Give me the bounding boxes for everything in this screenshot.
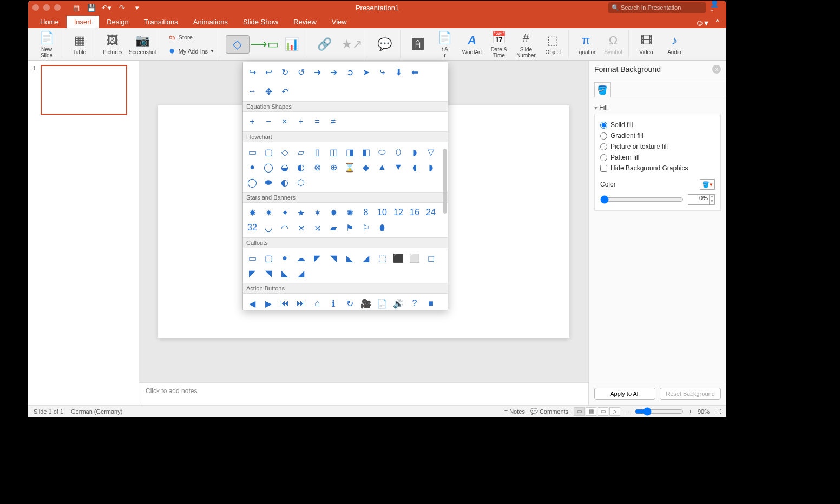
shape-item[interactable]: ➲ bbox=[342, 64, 358, 79]
smartart-button[interactable]: ⟶▭ bbox=[253, 37, 277, 52]
pictures-button[interactable]: 🖼 Pictures bbox=[101, 33, 124, 55]
close-window-icon[interactable] bbox=[32, 4, 39, 11]
shape-item[interactable]: ÷ bbox=[293, 114, 309, 129]
shape-item[interactable]: ◢ bbox=[293, 266, 309, 281]
shape-item[interactable]: ↩ bbox=[260, 64, 277, 79]
shape-item[interactable]: ◀ bbox=[244, 296, 260, 310]
shapes-button[interactable]: ◇ bbox=[226, 35, 250, 54]
zoom-window-icon[interactable] bbox=[54, 4, 61, 11]
shape-item[interactable]: × bbox=[277, 114, 293, 129]
shape-item[interactable]: ▢ bbox=[260, 250, 277, 266]
redo-icon[interactable]: ↷ bbox=[116, 2, 128, 14]
shape-item[interactable]: ✸ bbox=[244, 205, 260, 220]
shape-item[interactable]: ↻ bbox=[342, 296, 358, 310]
pattern-fill-radio[interactable]: Pattern fill bbox=[600, 152, 715, 163]
shape-item[interactable]: ◤ bbox=[309, 250, 325, 266]
shape-item[interactable]: ◻ bbox=[423, 250, 439, 266]
shape-item[interactable]: ⬭ bbox=[374, 144, 390, 160]
undo-icon[interactable]: ↶▾ bbox=[101, 2, 113, 14]
slide-thumbnail-panel[interactable]: 1 bbox=[28, 61, 139, 405]
textbox-button[interactable]: 🅰 bbox=[406, 37, 430, 52]
tab-design[interactable]: Design bbox=[99, 16, 136, 28]
shape-item[interactable]: ↪ bbox=[244, 64, 260, 79]
shape-item[interactable]: ▱ bbox=[293, 144, 309, 160]
tab-review[interactable]: Review bbox=[286, 16, 324, 28]
feedback-icon[interactable]: ☺▾ bbox=[695, 18, 708, 28]
shape-item[interactable]: ★ bbox=[293, 205, 309, 220]
shape-item[interactable]: ◣ bbox=[342, 250, 358, 266]
dropdown-scrollbar[interactable] bbox=[443, 149, 447, 214]
shape-item[interactable]: ◤ bbox=[244, 266, 260, 281]
tab-home[interactable]: Home bbox=[32, 16, 67, 28]
shape-item[interactable]: ✹ bbox=[325, 205, 342, 220]
notes-toggle[interactable]: ≡Notes bbox=[504, 408, 525, 415]
zoom-level[interactable]: 90% bbox=[698, 408, 710, 415]
tab-slideshow[interactable]: Slide Show bbox=[235, 16, 286, 28]
equation-button[interactable]: π Equation bbox=[574, 33, 598, 55]
shape-item[interactable]: ■ bbox=[423, 296, 439, 310]
shape-item[interactable]: 📄 bbox=[374, 296, 390, 310]
gradient-fill-radio[interactable]: Gradient fill bbox=[600, 130, 715, 141]
fill-tab-icon[interactable]: 🪣 bbox=[594, 82, 611, 97]
slide-counter[interactable]: Slide 1 of 1 bbox=[34, 408, 63, 415]
search-input[interactable] bbox=[621, 4, 703, 11]
shape-item[interactable]: ⬚ bbox=[374, 250, 390, 266]
slide-number-button[interactable]: # Slide Number bbox=[514, 30, 538, 58]
shape-item[interactable]: ⤷ bbox=[374, 64, 390, 79]
fill-section-toggle[interactable]: Fill bbox=[594, 102, 721, 114]
shape-item[interactable]: ⬮ bbox=[374, 220, 390, 235]
shape-item[interactable]: ✺ bbox=[342, 205, 358, 220]
shape-item[interactable]: ▭ bbox=[244, 144, 260, 160]
action-button[interactable]: ★↗ bbox=[340, 37, 364, 52]
zoom-out-icon[interactable]: − bbox=[626, 408, 629, 415]
zoom-slider[interactable] bbox=[635, 407, 684, 416]
shape-item[interactable]: ☁ bbox=[293, 250, 309, 266]
shape-item[interactable]: ➤ bbox=[358, 64, 374, 79]
screenshot-button[interactable]: 📷 Screenshot bbox=[129, 33, 156, 55]
audio-button[interactable]: ♪ Audio bbox=[662, 33, 686, 55]
shape-item[interactable]: ⬜ bbox=[406, 250, 423, 266]
shape-item[interactable]: ➜ bbox=[309, 64, 325, 79]
my-addins-button[interactable]: ⬢ My Add-ins ▼ bbox=[166, 46, 216, 57]
shape-item[interactable]: ⬬ bbox=[260, 175, 277, 190]
picture-fill-radio[interactable]: Picture or texture fill bbox=[600, 141, 715, 152]
shape-item[interactable]: ◗ bbox=[423, 160, 439, 175]
shape-item[interactable]: ◆ bbox=[358, 160, 374, 175]
transparency-value[interactable]: 0% ▲▼ bbox=[688, 194, 715, 205]
fit-to-window-icon[interactable]: ⛶ bbox=[715, 408, 721, 415]
shape-item[interactable]: ⌂ bbox=[309, 296, 325, 310]
shape-item[interactable]: ↻ bbox=[277, 64, 293, 79]
shape-item[interactable]: 32 bbox=[244, 220, 260, 235]
apply-to-all-button[interactable]: Apply to All bbox=[594, 388, 655, 400]
minimize-window-icon[interactable] bbox=[43, 4, 50, 11]
shape-item[interactable]: ◥ bbox=[260, 266, 277, 281]
shape-item[interactable]: ◯ bbox=[260, 160, 277, 175]
shape-item[interactable]: ▲ bbox=[374, 160, 390, 175]
tab-view[interactable]: View bbox=[324, 16, 355, 28]
shape-item[interactable]: 10 bbox=[374, 205, 390, 220]
video-button[interactable]: 🎞 Video bbox=[634, 33, 658, 55]
hide-bg-graphics-checkbox[interactable]: Hide Background Graphics bbox=[600, 163, 715, 174]
shape-item[interactable]: ▯ bbox=[309, 144, 325, 160]
wordart-button[interactable]: A WordArt bbox=[460, 33, 484, 55]
notes-pane[interactable]: Click to add notes bbox=[139, 382, 588, 405]
header-footer-button[interactable]: 📄 t & r bbox=[433, 30, 457, 58]
shape-item[interactable]: ▽ bbox=[423, 144, 439, 160]
shape-item[interactable]: ◢ bbox=[358, 250, 374, 266]
shape-item[interactable]: ⌛ bbox=[342, 160, 358, 175]
shape-item[interactable]: ➔ bbox=[325, 64, 342, 79]
shape-item[interactable]: ⤨ bbox=[309, 220, 325, 235]
reading-view-icon[interactable]: ▭ bbox=[598, 407, 608, 416]
shape-item[interactable]: ▶ bbox=[260, 296, 277, 310]
shape-item[interactable]: ◗ bbox=[406, 144, 423, 160]
shape-item[interactable]: ✷ bbox=[260, 205, 277, 220]
shape-item[interactable]: 🔊 bbox=[390, 296, 406, 310]
shape-item[interactable]: ◐ bbox=[277, 175, 293, 190]
table-button[interactable]: ▦ Table bbox=[68, 33, 91, 55]
transparency-stepper[interactable]: ▲▼ bbox=[709, 195, 714, 204]
shape-item[interactable]: ↶ bbox=[277, 84, 293, 99]
shape-item[interactable]: ◠ bbox=[277, 220, 293, 235]
shape-item[interactable]: 🎥 bbox=[358, 296, 374, 310]
shape-item[interactable]: ⏮ bbox=[277, 296, 293, 310]
tab-animations[interactable]: Animations bbox=[186, 16, 235, 28]
